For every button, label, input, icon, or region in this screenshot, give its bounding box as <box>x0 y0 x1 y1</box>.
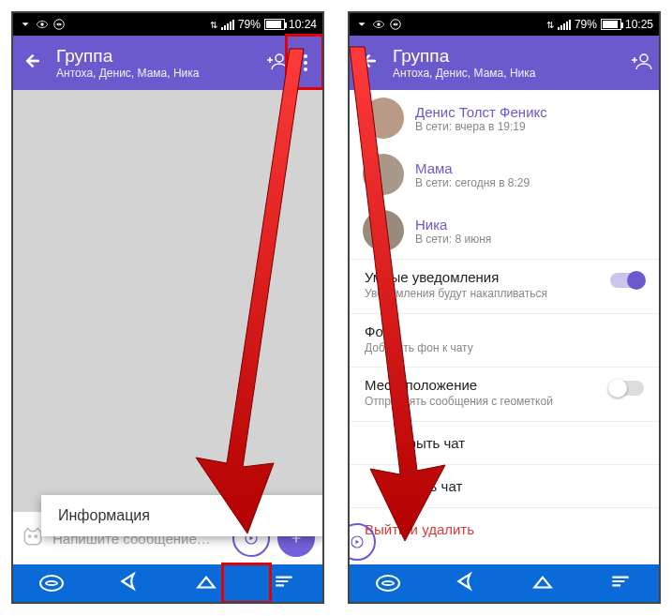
nav-back-button[interactable] <box>454 569 478 597</box>
battery-percent: 79% <box>575 18 597 31</box>
add-participant-button[interactable] <box>631 50 653 76</box>
svg-point-8 <box>640 54 648 62</box>
nav-recent-button[interactable] <box>608 569 633 597</box>
teamviewer-status-icon <box>52 18 66 31</box>
message-input-bar: Напишите сообщение… Информация <box>13 512 322 564</box>
member-status: В сети: 8 июня <box>415 233 491 246</box>
member-name: Мама <box>415 160 530 176</box>
teamviewer-status-icon <box>389 18 402 31</box>
battery-icon <box>264 19 285 30</box>
chat-header: Группа Антоха, Денис, Мама, Ника <box>13 36 322 90</box>
setting-smart-notifications[interactable]: Умные уведомления Уведомления будут нака… <box>350 259 659 313</box>
svg-point-3 <box>29 535 31 537</box>
svg-point-6 <box>377 23 381 26</box>
status-bar: ⇅ 79% 10:24 <box>13 13 322 36</box>
setting-subtitle: Отправлять сообщения с геометкой <box>365 395 580 410</box>
setting-subtitle: Уведомления будут накапливаться <box>365 287 580 302</box>
voice-message-button[interactable] <box>348 523 376 561</box>
phone-right: ⇅ 79% 10:25 Группа Антоха, Денис, Мама, … <box>348 11 661 604</box>
dropdown-icon <box>19 18 32 31</box>
status-time: 10:24 <box>289 18 317 31</box>
network-indicator: ⇅ <box>546 20 554 30</box>
toggle-off[interactable] <box>610 381 644 396</box>
chat-info-panel: Денис Толст Феникс В сети: вчера в 19:19… <box>350 90 659 564</box>
chat-header: Группа Антоха, Денис, Мама, Ника <box>350 36 659 90</box>
network-indicator: ⇅ <box>210 20 217 30</box>
nav-home-button[interactable] <box>194 569 218 597</box>
nav-teamviewer-icon[interactable] <box>376 575 400 592</box>
back-button[interactable] <box>359 51 380 75</box>
action-clear-chat[interactable]: стить чат <box>350 464 659 507</box>
setting-subtitle: Добавить фон к чату <box>365 341 580 356</box>
highlight-nav-recent <box>221 563 272 604</box>
setting-title: Местоположение <box>365 377 580 393</box>
eye-icon <box>372 18 385 31</box>
avatar <box>363 154 404 195</box>
svg-point-4 <box>35 535 37 537</box>
highlight-more-options <box>285 34 324 90</box>
chat-subtitle: Антоха, Денис, Мама, Ника <box>56 67 253 80</box>
eye-icon <box>36 18 49 31</box>
chat-title: Группа <box>56 46 253 67</box>
setting-title: Фон <box>365 323 580 339</box>
member-row[interactable]: Денис Толст Феникс В сети: вчера в 19:19 <box>350 90 659 146</box>
signal-icon <box>221 19 234 30</box>
android-navbar <box>13 564 322 602</box>
toggle-on[interactable] <box>610 273 644 288</box>
setting-title: Умные уведомления <box>365 269 580 285</box>
member-status: В сети: вчера в 19:19 <box>415 120 547 133</box>
setting-location[interactable]: Местоположение Отправлять сообщения с ге… <box>350 367 659 421</box>
member-row[interactable]: Мама В сети: сегодня в 8:29 <box>350 146 659 203</box>
nav-home-button[interactable] <box>530 569 555 597</box>
chat-subtitle: Антоха, Денис, Мама, Ника <box>393 67 618 80</box>
avatar <box>363 98 404 139</box>
battery-percent: 79% <box>238 18 261 31</box>
action-hide-chat[interactable]: крыть чат <box>350 421 659 464</box>
phone-left: ⇅ 79% 10:24 Группа Антоха, Денис, Мама, … <box>11 11 324 604</box>
back-button[interactable] <box>22 51 43 75</box>
status-bar: ⇅ 79% 10:25 <box>350 13 659 36</box>
action-leave-and-delete[interactable]: Выйти и удалить <box>350 507 659 550</box>
member-status: В сети: сегодня в 8:29 <box>415 176 530 189</box>
setting-background[interactable]: Фон Добавить фон к чату <box>350 313 659 368</box>
svg-point-2 <box>276 54 283 62</box>
chat-body <box>13 90 322 512</box>
dropdown-icon <box>355 18 368 31</box>
context-menu: Информация <box>41 495 324 536</box>
chat-title: Группа <box>393 46 618 67</box>
member-name: Денис Толст Феникс <box>415 104 547 120</box>
signal-icon <box>558 19 571 30</box>
nav-teamviewer-icon[interactable] <box>39 575 64 592</box>
avatar <box>363 210 404 251</box>
member-name: Ника <box>415 217 491 233</box>
menu-item-info[interactable]: Информация <box>58 507 309 524</box>
android-navbar <box>350 564 659 602</box>
status-time: 10:25 <box>625 18 653 31</box>
battery-icon <box>601 19 621 30</box>
nav-back-button[interactable] <box>117 569 142 597</box>
member-row[interactable]: Ника В сети: 8 июня <box>350 203 659 259</box>
nav-recent-button[interactable] <box>272 569 296 597</box>
svg-point-0 <box>40 23 44 26</box>
